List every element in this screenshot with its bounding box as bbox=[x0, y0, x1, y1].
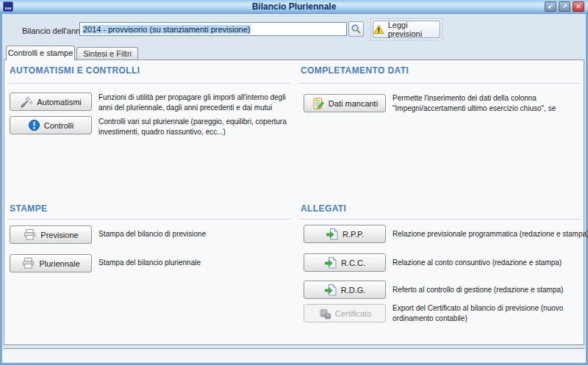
warning-icon bbox=[373, 24, 384, 35]
search-icon bbox=[351, 24, 362, 35]
pluriennale-button[interactable]: Pluriennale bbox=[10, 254, 92, 272]
search-button[interactable] bbox=[348, 21, 364, 37]
alert-circle-icon bbox=[28, 119, 40, 131]
restore-button[interactable]: ↙ bbox=[545, 1, 556, 12]
divider bbox=[8, 83, 291, 84]
printer-icon bbox=[21, 257, 35, 270]
bilancio-pluriennale-window: Bilancio Pluriennale ↙ ↗ ✕ Bilancio dell… bbox=[0, 0, 588, 365]
rpp-description: Relazione previsionale programmatica (re… bbox=[392, 229, 588, 239]
export-disk-icon bbox=[318, 307, 331, 320]
document-arrow-icon bbox=[324, 283, 337, 297]
previsione-label: Previsione bbox=[40, 231, 78, 239]
leggi-previsioni-inner: Leggi previsioni bbox=[373, 21, 440, 38]
previsione-button[interactable]: Previsione bbox=[10, 225, 92, 244]
section-title-allegati: ALLEGATI bbox=[301, 203, 346, 214]
controlli-button[interactable]: Controlli bbox=[10, 116, 92, 134]
previsione-description: Stampa del bilancio di previsione bbox=[98, 229, 206, 239]
controlli-label: Controlli bbox=[44, 121, 74, 130]
rpp-button[interactable]: R.P.P. bbox=[304, 225, 386, 243]
pluriennale-label: Pluriennale bbox=[39, 259, 79, 268]
leggi-previsioni-button[interactable]: Leggi previsioni bbox=[370, 18, 442, 40]
automatismi-description: Funzioni di utilità per propagare gli im… bbox=[98, 93, 295, 113]
divider bbox=[299, 219, 581, 220]
automatismi-label: Automatismi bbox=[37, 98, 82, 106]
notepad-pencil-icon bbox=[312, 97, 325, 110]
tab-controlli-e-stampe[interactable]: Controlli e stampe bbox=[6, 46, 75, 60]
dati-mancanti-description: Permette l'inserimento dei dati della co… bbox=[392, 93, 569, 114]
section-title-completamento: COMPLETAMENTO DATI bbox=[301, 65, 409, 76]
window-controls: ↙ ↗ ✕ bbox=[545, 1, 584, 12]
rcc-label: R.C.C. bbox=[341, 259, 365, 267]
certificato-label: Certificato bbox=[335, 309, 372, 318]
maximize-button[interactable]: ↗ bbox=[559, 1, 570, 12]
rcc-description: Relazione al conto consuntivo (redazione… bbox=[392, 258, 562, 268]
bilancio-anno-label: Bilancio dell'anno: bbox=[22, 24, 87, 37]
bottom-divider bbox=[4, 348, 584, 350]
section-title-stampe: STAMPE bbox=[10, 203, 48, 214]
printer-icon bbox=[23, 228, 37, 241]
magic-wand-icon bbox=[20, 95, 33, 109]
status-bar bbox=[2, 350, 586, 363]
tab-panel: AUTOMATISMI E CONTROLLI Automatismi Funz… bbox=[4, 59, 584, 345]
leggi-previsioni-label: Leggi previsioni bbox=[388, 21, 440, 38]
rdg-button[interactable]: R.D.G. bbox=[304, 281, 386, 299]
document-arrow-icon bbox=[324, 256, 337, 270]
document-arrow-icon bbox=[326, 228, 339, 241]
certificato-description: Export del Certificato al bilancio di pr… bbox=[392, 303, 573, 324]
close-button[interactable]: ✕ bbox=[573, 1, 584, 12]
certificato-button: Certificato bbox=[304, 304, 386, 322]
rpp-label: R.P.P. bbox=[343, 230, 364, 239]
section-title-automatismi: AUTOMATISMI E CONTROLLI bbox=[10, 65, 140, 76]
dati-mancanti-label: Dati mancanti bbox=[329, 99, 378, 108]
divider bbox=[299, 83, 581, 84]
window-body: Bilancio dell'anno: 2014 - provvisorio (… bbox=[0, 14, 588, 365]
titlebar: Bilancio Pluriennale ↙ ↗ ✕ bbox=[0, 0, 588, 14]
dati-mancanti-button[interactable]: Dati mancanti bbox=[304, 94, 386, 112]
automatismi-button[interactable]: Automatismi bbox=[10, 93, 92, 111]
rdg-label: R.D.G. bbox=[341, 286, 366, 294]
tab-sintesi-e-filtri[interactable]: Sintesi e Filtri bbox=[76, 47, 138, 60]
bilancio-anno-value: 2014 - provvisorio (su stanziamenti prev… bbox=[82, 25, 251, 34]
bilancio-anno-field[interactable]: 2014 - provvisorio (su stanziamenti prev… bbox=[79, 22, 347, 36]
divider bbox=[8, 219, 291, 220]
rdg-description: Referto al controllo di gestione (redazi… bbox=[392, 285, 563, 295]
window-title: Bilancio Pluriennale bbox=[0, 1, 588, 12]
rcc-button[interactable]: R.C.C. bbox=[304, 253, 386, 272]
pluriennale-description: Stampa del bilancio pluriennale bbox=[98, 258, 201, 268]
controlli-description: Controlli vari sul pluriennale (pareggio… bbox=[98, 117, 295, 137]
